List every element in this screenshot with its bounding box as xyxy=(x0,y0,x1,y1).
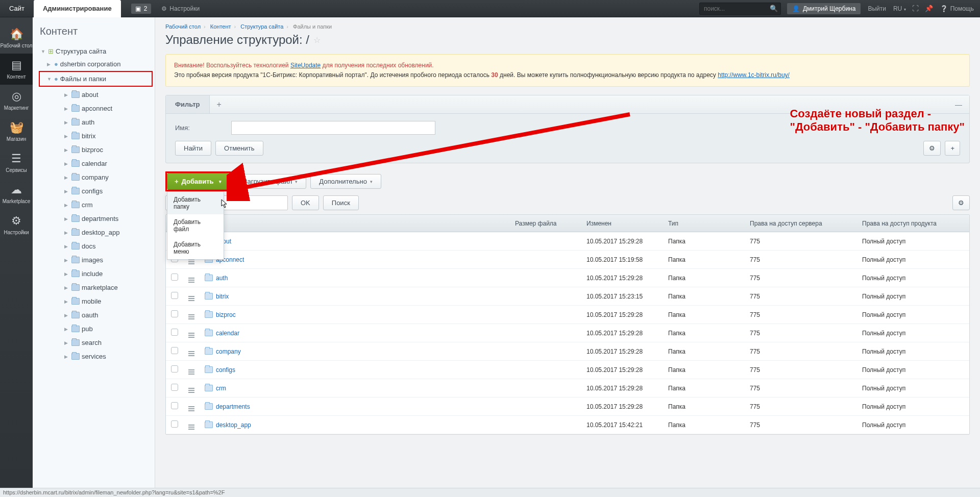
rail-marketing[interactable]: ◎Маркетинг xyxy=(0,85,33,116)
logout-link[interactable]: Выйти xyxy=(868,5,886,12)
siteupdate-link[interactable]: SiteUpdate xyxy=(290,62,321,69)
add-button[interactable]: + Добавить ▾ xyxy=(167,173,229,190)
rail-content[interactable]: ▤Контент xyxy=(0,54,33,85)
search-icon[interactable]: 🔍 xyxy=(770,5,778,12)
tree-folder[interactable]: ▶mobile xyxy=(40,295,152,307)
row-menu-icon[interactable] xyxy=(188,351,194,356)
row-name-link[interactable]: calendar xyxy=(216,330,239,337)
tree-folder[interactable]: ▶pub xyxy=(40,323,152,335)
tab-admin[interactable]: Администрирование xyxy=(34,0,121,17)
rail-marketplace[interactable]: ☁Marketplace xyxy=(0,178,33,209)
tree-folder[interactable]: ▶docs xyxy=(40,240,152,252)
row-checkbox[interactable] xyxy=(171,292,178,299)
tree-folder[interactable]: ▶include xyxy=(40,268,152,280)
buy-link[interactable]: http://www.1c-bitrix.ru/buy/ xyxy=(718,71,790,79)
tree-folder[interactable]: ▶services xyxy=(40,351,152,362)
row-checkbox[interactable] xyxy=(171,329,178,336)
filter-collapse[interactable]: — xyxy=(948,96,969,113)
tree-folder[interactable]: ▶desktop_app xyxy=(40,227,152,238)
dropdown-add-folder[interactable]: Добавить папку xyxy=(167,192,224,214)
row-name-link[interactable]: company xyxy=(216,348,241,355)
filter-cancel-button[interactable]: Отменить xyxy=(215,141,263,156)
help-link[interactable]: ❔ Помощь xyxy=(940,5,974,12)
table-row[interactable]: desktop_app10.05.2017 15:42:21Папка775По… xyxy=(166,416,969,434)
tree-corporation[interactable]: ▶ ● dsherbin corporation xyxy=(40,58,152,70)
table-row[interactable]: auth10.05.2017 15:29:28Папка775Полный до… xyxy=(166,269,969,287)
row-checkbox[interactable] xyxy=(171,274,178,281)
lang-selector[interactable]: RU ▾ xyxy=(893,5,906,12)
row-menu-icon[interactable] xyxy=(188,259,194,264)
breadcrumb-item[interactable]: Рабочий стол xyxy=(165,23,201,30)
tree-folder[interactable]: ▶crm xyxy=(40,199,152,211)
tree-folder[interactable]: ▶calendar xyxy=(40,158,152,169)
dropdown-add-menu[interactable]: Добавить меню xyxy=(167,237,224,259)
col-server-perm[interactable]: Права на доступ сервера xyxy=(745,215,857,232)
row-checkbox[interactable] xyxy=(171,347,178,354)
top-settings-link[interactable]: ⚙ Настройки xyxy=(161,5,200,12)
table-row[interactable]: apconnect10.05.2017 15:19:58Папка775Полн… xyxy=(166,251,969,269)
ok-button[interactable]: OK xyxy=(292,195,319,210)
user-badge[interactable]: 👤 Дмитрий Щербина xyxy=(787,3,861,14)
filter-tab[interactable]: Фильтр xyxy=(166,95,210,113)
row-checkbox[interactable] xyxy=(171,310,178,317)
row-menu-icon[interactable] xyxy=(188,296,194,301)
row-menu-icon[interactable] xyxy=(188,406,194,411)
filter-add-tab[interactable]: + xyxy=(210,96,229,113)
grid-settings-button[interactable]: ⚙ xyxy=(952,195,970,210)
notification-badge[interactable]: ▣ 2 xyxy=(131,4,152,14)
row-checkbox[interactable] xyxy=(171,365,178,372)
tree-folder[interactable]: ▶oauth xyxy=(40,309,152,321)
tree-files-folders[interactable]: ▼ ● Файлы и папки xyxy=(40,73,152,85)
tree-folder[interactable]: ▶images xyxy=(40,254,152,266)
tab-site[interactable]: Сайт xyxy=(0,0,34,17)
pin-icon[interactable]: 📌 xyxy=(925,5,933,12)
filter-settings-button[interactable]: ⚙ xyxy=(923,141,941,156)
more-button[interactable]: Дополнительно ▾ xyxy=(310,174,381,189)
tree-folder[interactable]: ▶auth xyxy=(40,116,152,128)
breadcrumb-item[interactable]: Контент xyxy=(210,23,231,30)
tree-folder[interactable]: ▶bizproc xyxy=(40,144,152,156)
tree-folder[interactable]: ▶apconnect xyxy=(40,103,152,114)
tree-folder[interactable]: ▶configs xyxy=(40,185,152,197)
table-row[interactable]: calendar10.05.2017 15:29:28Папка775Полны… xyxy=(166,324,969,342)
row-name-link[interactable]: desktop_app xyxy=(216,421,251,429)
tree-root-structure[interactable]: ▼ ⊞ Структура сайта xyxy=(40,45,152,57)
tree-folder[interactable]: ▶departments xyxy=(40,213,152,225)
row-checkbox[interactable] xyxy=(171,420,178,428)
filter-name-input[interactable] xyxy=(231,121,435,135)
row-name-link[interactable]: bizproc xyxy=(216,311,236,318)
row-menu-icon[interactable] xyxy=(188,278,194,283)
col-size[interactable]: Размер файла xyxy=(510,215,581,232)
tree-folder[interactable]: ▶about xyxy=(40,89,152,101)
col-type[interactable]: Тип xyxy=(663,215,745,232)
dropdown-add-file[interactable]: Добавить файл xyxy=(167,214,224,237)
table-row[interactable]: company10.05.2017 15:29:28Папка775Полный… xyxy=(166,342,969,361)
row-checkbox[interactable] xyxy=(171,402,178,409)
row-menu-icon[interactable] xyxy=(188,314,194,319)
row-name-link[interactable]: departments xyxy=(216,403,250,410)
row-menu-icon[interactable] xyxy=(188,333,194,338)
table-row[interactable]: departments10.05.2017 15:29:28Папка775По… xyxy=(166,397,969,416)
col-modified[interactable]: Изменен xyxy=(581,215,663,232)
col-name[interactable]: Имя xyxy=(200,215,510,232)
tree-folder[interactable]: ▶bitrix xyxy=(40,130,152,142)
row-checkbox[interactable] xyxy=(171,384,178,391)
row-name-link[interactable]: bitrix xyxy=(216,293,229,300)
filter-plus-button[interactable]: + xyxy=(945,141,960,156)
table-row[interactable]: configs10.05.2017 15:29:28Папка775Полный… xyxy=(166,361,969,379)
filter-find-button[interactable]: Найти xyxy=(175,141,211,156)
row-name-link[interactable]: crm xyxy=(216,385,226,392)
table-row[interactable]: about10.05.2017 15:29:28Папка775Полный д… xyxy=(166,232,969,251)
col-product-perm[interactable]: Права на доступ продукта xyxy=(857,215,969,232)
row-name-link[interactable]: configs xyxy=(216,366,235,374)
upload-button[interactable]: Загрузить файл ▾ xyxy=(235,174,307,189)
favorite-star-icon[interactable]: ☆ xyxy=(313,35,321,45)
top-search-input[interactable] xyxy=(699,3,781,15)
tree-folder[interactable]: ▶company xyxy=(40,171,152,183)
table-row[interactable]: bitrix10.05.2017 15:23:15Папка775Полный … xyxy=(166,287,969,306)
table-row[interactable]: crm10.05.2017 15:29:28Папка775Полный дос… xyxy=(166,379,969,397)
expand-icon[interactable]: ⛶ xyxy=(912,5,919,12)
rail-settings[interactable]: ⚙Настройки xyxy=(0,209,33,240)
rail-shop[interactable]: 🧺Магазин xyxy=(0,116,33,147)
rail-services[interactable]: ☰Сервисы xyxy=(0,147,33,178)
